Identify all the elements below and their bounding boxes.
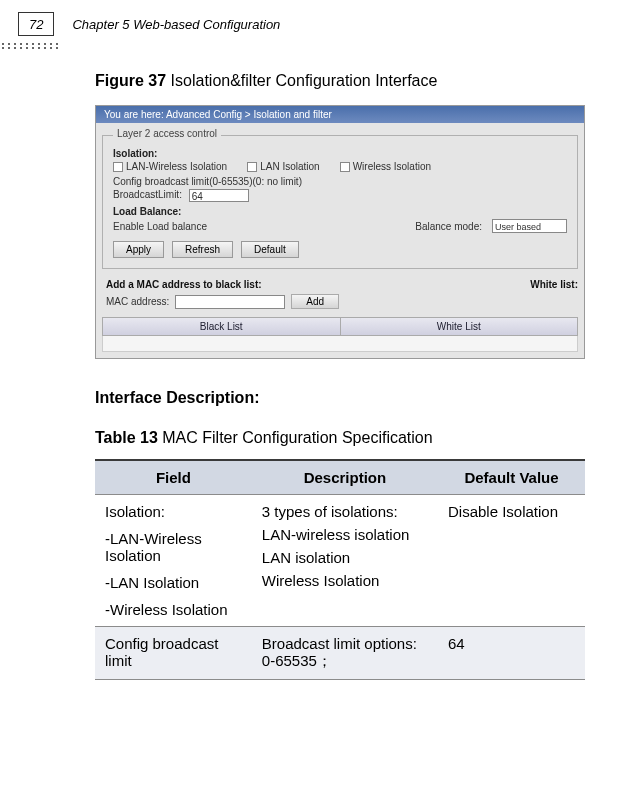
isolation-options-row: LAN-Wireless Isolation LAN Isolation Wir… [113, 161, 567, 172]
dotted-decoration [0, 42, 642, 52]
th-default: Default Value [438, 460, 585, 495]
checkbox-lan-wireless[interactable]: LAN-Wireless Isolation [113, 161, 227, 172]
table-caption: Table 13 MAC Filter Configuration Specif… [95, 429, 612, 447]
page-header: 72 Chapter 5 Web-based Configuration [0, 0, 642, 40]
checkbox-wireless[interactable]: Wireless Isolation [340, 161, 431, 172]
checkbox-lan[interactable]: LAN Isolation [247, 161, 319, 172]
black-list-header: Black List [103, 318, 341, 335]
apply-button[interactable]: Apply [113, 241, 164, 258]
cell-isolation-field: Isolation: -LAN-Wireless Isolation -LAN … [95, 495, 252, 627]
breadcrumb: You are here: Advanced Config > Isolatio… [96, 106, 584, 123]
broadcast-limit-row: BroadcastLimit: 64 [113, 189, 567, 202]
cell-isolation-desc: 3 types of isolations: LAN-wireless isol… [252, 495, 438, 627]
layer-legend: Layer 2 access control [113, 128, 221, 139]
cell-isolation-default: Disable Isolation [438, 495, 585, 627]
cell-broadcast-field: Config broadcast limit [95, 627, 252, 680]
broadcast-limit-label: BroadcastLimit: [113, 190, 182, 201]
table-header-row: Field Description Default Value [95, 460, 585, 495]
refresh-button[interactable]: Refresh [172, 241, 233, 258]
load-balance-row: Enable Load balance Balance mode: User b… [113, 219, 567, 233]
mac-address-label: MAC address: [106, 296, 169, 307]
layer2-box: Layer 2 access control Isolation: LAN-Wi… [102, 135, 578, 269]
isolation-section-label: Isolation: [113, 148, 567, 159]
white-list-label: White list: [530, 279, 578, 290]
checkbox-enable-lb[interactable]: Enable Load balance [113, 221, 207, 232]
table-row: Config broadcast limit Broadcast limit o… [95, 627, 585, 680]
list-body [102, 336, 578, 352]
th-description: Description [252, 460, 438, 495]
balance-mode-select[interactable]: User based [492, 219, 567, 233]
table-caption-text: MAC Filter Configuration Specification [158, 429, 433, 446]
interface-description-heading: Interface Description: [95, 389, 612, 407]
button-row: Apply Refresh Default [113, 241, 567, 258]
white-list-header: White List [341, 318, 578, 335]
page-number-box: 72 [18, 12, 54, 36]
table-label: Table 13 [95, 429, 158, 446]
add-button[interactable]: Add [291, 294, 339, 309]
figure-text: Isolation&filter Configuration Interface [166, 72, 437, 89]
config-broadcast-hint: Config broadcast limit(0-65535)(0: no li… [113, 176, 567, 187]
list-headers: Black List White List [102, 317, 578, 336]
add-mac-row: Add a MAC address to black list: White l… [106, 279, 578, 290]
balance-mode-label: Balance mode: [415, 221, 482, 232]
page-content: Figure 37 Isolation&filter Configuration… [0, 52, 642, 680]
config-panel: You are here: Advanced Config > Isolatio… [95, 105, 585, 359]
figure-label: Figure 37 [95, 72, 166, 89]
cell-broadcast-default: 64 [438, 627, 585, 680]
figure-caption: Figure 37 Isolation&filter Configuration… [95, 72, 612, 90]
mac-address-input[interactable] [175, 295, 285, 309]
spec-table: Field Description Default Value Isolatio… [95, 459, 585, 680]
page-number: 72 [29, 17, 43, 32]
add-mac-label: Add a MAC address to black list: [106, 279, 262, 290]
mac-input-row: MAC address: Add [106, 294, 578, 309]
load-balance-label: Load Balance: [113, 206, 567, 217]
th-field: Field [95, 460, 252, 495]
table-row: Isolation: -LAN-Wireless Isolation -LAN … [95, 495, 585, 627]
panel-inner: Layer 2 access control Isolation: LAN-Wi… [96, 123, 584, 358]
cell-broadcast-desc: Broadcast limit options: 0-65535； [252, 627, 438, 680]
default-button[interactable]: Default [241, 241, 299, 258]
broadcast-limit-input[interactable]: 64 [189, 189, 249, 202]
chapter-title: Chapter 5 Web-based Configuration [72, 17, 280, 32]
